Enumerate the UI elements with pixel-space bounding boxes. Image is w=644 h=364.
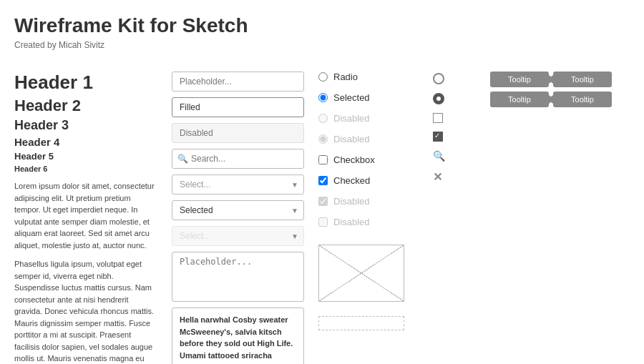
- disabled-input: [172, 123, 304, 143]
- filled-input[interactable]: [172, 97, 304, 117]
- page-subtitle: Created by Micah Sivitz: [14, 40, 630, 50]
- radio-input-disabled2: [318, 134, 328, 144]
- radio-item-disabled1: Disabled: [318, 113, 419, 124]
- checkbox-input-checkbox[interactable]: [318, 155, 328, 164]
- body-text-2: Phasellus ligula ipsum, volutpat eget se…: [14, 258, 157, 364]
- select-field-1[interactable]: Select... Option 1 Option 2: [172, 174, 304, 195]
- radio-item-radio: Radio: [318, 72, 419, 82]
- placeholder-input[interactable]: [172, 72, 304, 92]
- tooltip-button-1[interactable]: Tooltip: [490, 72, 549, 87]
- radio-empty-icon: [433, 73, 444, 84]
- radio-checkbox-column: Radio Selected Disabled Disabled Checkbo…: [318, 72, 419, 330]
- select-wrap-1: Select... Option 1 Option 2 ▼: [172, 174, 304, 195]
- checkbox-input-disabled2: [318, 217, 328, 227]
- close-icon: ✕: [433, 170, 442, 184]
- checkbox-empty-icon: [433, 113, 443, 123]
- checkbox-input-checked[interactable]: [318, 176, 328, 185]
- tooltip-button-4[interactable]: Tooltip: [553, 92, 612, 107]
- icons-column: 🔍 ✕: [433, 72, 476, 184]
- header3: Header 3: [14, 118, 157, 133]
- tooltip-grid: Tooltip Tooltip Tooltip Tooltip: [490, 72, 612, 107]
- search-icon: 🔍: [177, 154, 188, 164]
- header5: Header 5: [14, 151, 157, 162]
- checkbox-checked-icon: [433, 132, 443, 142]
- page-title: Wireframe Kit for Sketch: [14, 14, 630, 37]
- search-wrap: 🔍: [172, 149, 304, 169]
- radio-filled-icon: [433, 93, 444, 104]
- rich-text-block: Hella narwhal Cosby sweater McSweeney's,…: [172, 308, 304, 364]
- search-input[interactable]: [172, 149, 304, 169]
- tooltip-button-3[interactable]: Tooltip: [490, 92, 549, 107]
- dashed-box: [318, 316, 404, 330]
- radio-input-disabled1: [318, 114, 328, 123]
- body-text-1: Lorem ipsum dolor sit amet, consectetur …: [14, 180, 157, 251]
- header1: Header 1: [14, 72, 157, 94]
- checkbox-item-disabled1: Disabled: [318, 196, 419, 207]
- checkbox-label-checked: Checked: [333, 175, 370, 186]
- checkbox-item-checkbox: Checkbox: [318, 154, 419, 165]
- checkbox-label-disabled1: Disabled: [333, 196, 370, 207]
- radio-item-selected: Selected: [318, 92, 419, 103]
- checkbox-label-checkbox: Checkbox: [333, 154, 375, 165]
- checkbox-item-checked: Checked: [318, 175, 419, 186]
- header2: Header 2: [14, 97, 157, 115]
- radio-input-radio[interactable]: [318, 72, 328, 82]
- radio-label-disabled2: Disabled: [333, 134, 370, 144]
- radio-label-disabled1: Disabled: [333, 113, 370, 124]
- tooltip-button-2[interactable]: Tooltip: [553, 72, 612, 87]
- radio-label-selected: Selected: [333, 92, 370, 103]
- checkbox-input-disabled1: [318, 197, 328, 206]
- image-placeholder: [318, 245, 404, 302]
- checkbox-item-disabled2: Disabled: [318, 217, 419, 227]
- select-field-disabled: Select...: [172, 226, 304, 246]
- tooltips-column: Tooltip Tooltip Tooltip Tooltip: [490, 72, 612, 129]
- textarea-input[interactable]: [172, 252, 304, 302]
- typography-column: Header 1 Header 2 Header 3 Header 4 Head…: [14, 72, 157, 364]
- header6: Header 6: [14, 164, 157, 173]
- checkbox-label-disabled2: Disabled: [333, 217, 370, 227]
- radio-label-radio: Radio: [333, 72, 358, 82]
- inputs-column: 🔍 Select... Option 1 Option 2 ▼ Selected…: [172, 72, 304, 364]
- select-wrap-3: Select... ▼: [172, 226, 304, 246]
- radio-item-disabled2: Disabled: [318, 134, 419, 144]
- search-icon: 🔍: [433, 150, 445, 162]
- select-wrap-2: Selected Option 1 ▼: [172, 200, 304, 220]
- select-field-2[interactable]: Selected Option 1: [172, 200, 304, 220]
- radio-input-selected[interactable]: [318, 93, 328, 102]
- header4: Header 4: [14, 136, 157, 148]
